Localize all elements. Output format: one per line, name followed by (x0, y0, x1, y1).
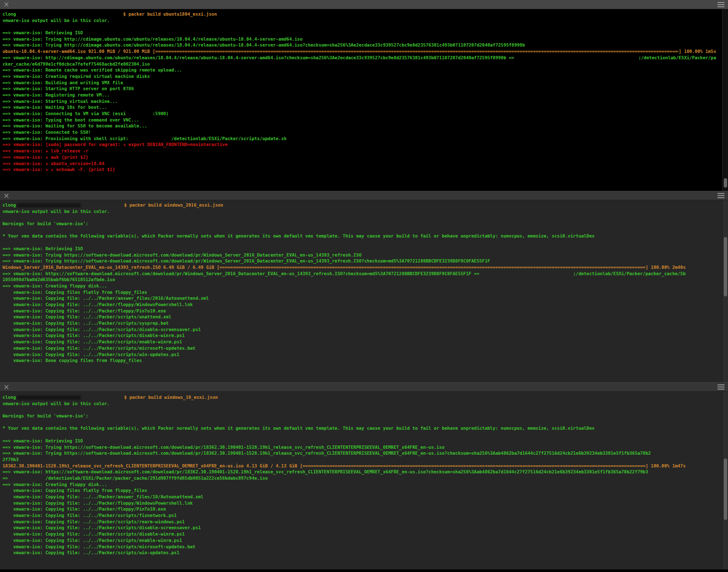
terminal-line: vmware-iso: Copying file: ../../Packer/s… (3, 351, 686, 358)
terminal-line: vmware-iso: Copying files flatly from fl… (3, 487, 686, 494)
scrollbar-thumb[interactable] (724, 459, 727, 520)
terminal-line: Windows_Server_2016_Datacenter_EVAL_en-u… (3, 264, 686, 271)
terminal-line: ==> vmware-iso: Remote cache was verifie… (3, 67, 716, 73)
terminal-line: vmware-iso: Copying file: ../../Packer/s… (3, 550, 686, 556)
terminal-line (3, 239, 686, 246)
terminal-line: clong $ packer build windows_2016_esxi.j… (3, 202, 686, 208)
terminal-line: ==> vmware-iso: Trying https://software-… (3, 252, 686, 258)
terminal-line: ==> vmware-iso: Trying http://cdimage.ub… (3, 36, 716, 42)
scrollbar[interactable] (722, 9, 728, 191)
close-icon[interactable]: × (3, 1, 9, 8)
terminal-line: vmware-iso output will be in this color. (3, 17, 716, 24)
terminal-line: ==> vmware-iso: + awk {print $2} (3, 154, 716, 160)
terminal-line: ==> vmware-iso: Connected to SSH! (3, 129, 716, 135)
terminal-line: ==> vmware-iso: Creating required virtua… (3, 73, 716, 80)
scrollbar[interactable] (722, 200, 728, 382)
terminal-line: ==> vmware-iso: Starting virtual machine… (3, 98, 716, 105)
terminal-line: vmware-iso: Copying file: ../../Packer/s… (3, 345, 686, 351)
terminal-line: ==> vmware-iso: Provisioning with shell … (3, 135, 716, 142)
terminal-line: ==> vmware-iso: Retrieving ISO (3, 438, 686, 444)
terminal-line: vmware-iso: Copying file: ../../Packer/s… (3, 531, 686, 537)
terminal-output: clong $ packer build windows_2016_esxi.j… (0, 200, 728, 382)
pane-titlebar: × (0, 382, 728, 392)
terminal-line: vmware-iso: Copying file: ../../Packer/s… (3, 519, 686, 525)
terminal-line: vmware-iso: Copying file: ../../Packer/s… (3, 537, 686, 544)
terminal-line: vmware-iso: Copying file: ../../Packer/s… (3, 314, 686, 320)
terminal-line: ==> vmware-iso: Waiting for SSH to becom… (3, 123, 716, 129)
terminal-line: Warnings for build 'vmware-iso': (3, 221, 686, 227)
terminal-line: ==> vmware-iso: + ubuntu_version=18.04 (3, 160, 716, 167)
terminal-line: vmware-iso: Copying files flatly from fl… (3, 289, 686, 296)
terminal-pane-windows10: × clong $ packer build windows_10_esxi.j… (0, 382, 728, 569)
scrollbar-thumb[interactable] (724, 178, 727, 188)
terminal-line: ==> vmware-iso: [sudo] password for vagr… (3, 141, 716, 148)
terminal-line: ==> vmware-iso: Retrieving ISO (3, 246, 686, 252)
terminal-line (3, 214, 686, 221)
progress-bar: ========================================… (220, 264, 645, 271)
terminal-line: vmware-iso: Copying file: ../../Packer/f… (3, 500, 686, 506)
scrollbar[interactable] (722, 392, 728, 569)
terminal-line: vmware-iso: Copying file: ../../Packer/s… (3, 525, 686, 531)
hamburger-menu-icon[interactable] (717, 384, 725, 390)
terminal-line (3, 23, 716, 30)
close-icon[interactable]: × (3, 192, 9, 199)
terminal-line: 18362.30.190401-1528.19h1_release_svc_re… (3, 463, 686, 469)
terminal-line: vmware-iso: Copying file: ../../Packer/a… (3, 494, 686, 500)
terminal-line: ==> vmware-iso: http://cdimage.ubuntu.co… (3, 55, 716, 61)
progress-bar: ========================================… (155, 48, 678, 55)
terminal-line: vmware-iso: Copying file: ../../Packer/f… (3, 308, 686, 314)
terminal-line: * Your vmx data contains the following v… (3, 233, 686, 239)
scrollbar-thumb[interactable] (724, 237, 727, 296)
terminal-line: vmware-iso: Done copying files from flop… (3, 357, 686, 364)
terminal-line: ==> vmware-iso: Creating floppy disk... (3, 283, 686, 289)
terminal-line: 1055098d7ba8d2d635babf6bb76518512afbde.i… (3, 276, 686, 283)
terminal-line: vmware-iso: Copying file: ../../Packer/s… (3, 326, 686, 333)
terminal-line: ==> vmware-iso: Trying http://cdimage.ub… (3, 42, 716, 48)
hamburger-menu-icon[interactable] (717, 2, 725, 7)
terminal-line: ==> vmware-iso: Starting HTTP server on … (3, 86, 716, 92)
terminal-line: vmware-iso output will be in this color. (3, 401, 686, 407)
terminal-line: vmware-iso: Copying file: ../../Packer/s… (3, 544, 686, 550)
terminal-line: ==> vmware-iso: Retrieving ISO (3, 30, 716, 36)
terminal-line: ==> vmware-iso: Building and writing VMX… (3, 80, 716, 86)
terminal-output: clong $ packer build ubuntu1804_esxi.jso… (0, 9, 728, 191)
redacted-text (17, 203, 81, 207)
terminal-pane-windows2016: × clong $ packer build windows_2016_esxi… (0, 191, 728, 382)
terminal-line: ==> vmware-iso: + + echoawk -F. {print $… (3, 166, 716, 173)
terminal-line: vmware-iso: Copying file: ../../Packer/f… (3, 506, 686, 512)
terminal-line: cker_cache/e6d790e1cf0dcbca7fefef75468ac… (3, 61, 716, 67)
hamburger-menu-icon[interactable] (717, 193, 725, 198)
terminal-line: Warnings for build 'vmware-iso': (3, 413, 686, 419)
terminal-line: ==> vmware-iso: Typing the boot command … (3, 117, 716, 123)
terminal-line: ==> vmware-iso: https://software-downloa… (3, 271, 686, 277)
terminal-line: vmware-iso: Copying file: ../../Packer/s… (3, 512, 686, 519)
terminal-line (3, 431, 686, 438)
terminal-line (3, 406, 686, 413)
progress-bar: ========================================… (303, 463, 645, 469)
terminal-pane-ubuntu1804: × clong $ packer build ubuntu1804_esxi.j… (0, 0, 728, 191)
redacted-text (17, 395, 81, 400)
terminal-line: vmware-iso: Copying file: ../../Packer/a… (3, 295, 686, 301)
terminal-line: => /detectionlab/ESXi/Packer/packer_cach… (3, 475, 686, 481)
close-icon[interactable]: × (3, 384, 9, 391)
terminal-line: ubuntu-18.04.4-server-amd64.iso 921.00 M… (3, 48, 716, 55)
terminal-output: clong $ packer build windows_10_esxi.jso… (0, 392, 728, 569)
terminal-line: ==> vmware-iso: Connecting to VM via VNC… (3, 111, 716, 117)
terminal-line (3, 419, 686, 426)
terminal-line: vmware-iso: Copying file: ../../Packer/s… (3, 320, 686, 326)
terminal-line: ==> vmware-iso: + lsb_release -r (3, 148, 716, 154)
terminal-line: ==> vmware-iso: https://software-downloa… (3, 469, 686, 475)
terminal-line: clong $ packer build windows_10_esxi.jso… (3, 394, 686, 401)
terminal-line: clong $ packer build ubuntu1804_esxi.jso… (3, 11, 716, 17)
terminal-line: vmware-iso: Copying file: ../../Packer/s… (3, 339, 686, 345)
terminal-line: ==> vmware-iso: Trying https://software-… (3, 450, 686, 456)
terminal-line: 2f79b3 (3, 456, 686, 463)
terminal-line: ==> vmware-iso: Trying https://software-… (3, 258, 686, 264)
terminal-line: * Your vmx data contains the following v… (3, 425, 686, 431)
terminal-line: ==> vmware-iso: Creating floppy disk... (3, 481, 686, 488)
terminal-line: ==> vmware-iso: Registering remote VM... (3, 92, 716, 98)
pane-titlebar: × (0, 0, 728, 9)
bottom-edge (0, 569, 728, 572)
terminal-line: ==> vmware-iso: Trying https://software-… (3, 444, 686, 450)
terminal-line: vmware-iso: Copying file: ../../Packer/f… (3, 301, 686, 308)
